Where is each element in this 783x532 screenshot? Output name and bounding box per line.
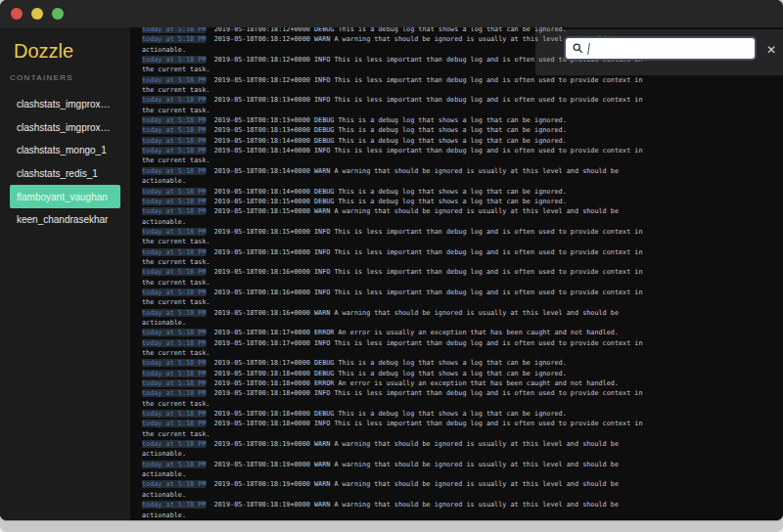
log-date-badge: today at 5:18 PM xyxy=(142,248,206,256)
log-line: today at 5:18 PM 2019-05-18T00:18:15+000… xyxy=(142,197,783,206)
maximize-button[interactable] xyxy=(52,8,64,20)
log-line: today at 5:18 PM 2019-05-18T00:18:18+000… xyxy=(142,378,783,388)
search-box[interactable] xyxy=(564,36,757,61)
log-date-badge: today at 5:18 PM xyxy=(142,359,206,367)
log-date-badge: today at 5:18 PM xyxy=(142,288,206,296)
log-date-badge: today at 5:18 PM xyxy=(142,198,206,205)
log-entry: today at 5:18 PM 2019-05-18T00:18:14+000… xyxy=(142,146,783,166)
log-text: 2019-05-18T00:18:18+0000 INFO This is le… xyxy=(206,420,642,427)
log-line: today at 5:18 PM 2019-05-18T00:18:15+000… xyxy=(142,227,783,237)
container-list: clashstats_imgprox…clashstats_imgprox…cl… xyxy=(0,93,130,232)
log-entry: today at 5:18 PM 2019-05-18T00:18:17+000… xyxy=(142,338,783,359)
log-line: today at 5:18 PM 2019-05-18T00:18:18+000… xyxy=(142,419,783,428)
log-entry: today at 5:18 PM 2019-05-18T00:18:17+000… xyxy=(142,328,783,337)
log-date-badge: today at 5:18 PM xyxy=(142,339,206,347)
close-button[interactable] xyxy=(11,8,23,20)
log-date-badge: today at 5:18 PM xyxy=(142,420,206,427)
window-chrome: Dozzle CONTAINERS clashstats_imgprox…cla… xyxy=(0,0,783,521)
log-line: today at 5:18 PM 2019-05-18T00:18:19+000… xyxy=(142,500,783,510)
log-entry: today at 5:18 PM 2019-05-18T00:18:18+000… xyxy=(142,409,783,419)
log-text: 2019-05-18T00:18:16+0000 INFO This is le… xyxy=(206,268,642,276)
log-entry: today at 5:18 PM 2019-05-18T00:18:19+000… xyxy=(142,439,783,460)
search-overlay: ✕ xyxy=(535,29,783,75)
log-line-wrap: actionable. xyxy=(142,318,783,328)
log-text: 2019-05-18T00:18:16+0000 INFO This is le… xyxy=(206,288,642,296)
sidebar-item-clashstats_mongo_1[interactable]: clashstats_mongo_1 xyxy=(0,139,130,162)
log-text: 2019-05-18T00:18:19+0000 WARN A warning … xyxy=(206,461,618,468)
log-date-badge: today at 5:18 PM xyxy=(142,379,206,387)
log-line: today at 5:18 PM 2019-05-18T00:18:19+000… xyxy=(142,460,783,469)
window-titlebar xyxy=(0,0,783,27)
sidebar-item-clashstats_imgprox[interactable]: clashstats_imgprox… xyxy=(0,93,130,116)
log-entry: today at 5:18 PM 2019-05-18T00:18:16+000… xyxy=(142,308,783,329)
log-line-wrap: actionable. xyxy=(142,217,783,227)
log-line: today at 5:18 PM 2019-05-18T00:18:18+000… xyxy=(142,369,783,378)
log-line-wrap: actionable. xyxy=(142,510,783,520)
log-entry: today at 5:18 PM 2019-05-18T00:18:16+000… xyxy=(142,288,783,308)
log-line-wrap: actionable. xyxy=(142,469,783,479)
log-text: 2019-05-18T00:18:14+0000 DEBUG This is a… xyxy=(206,188,566,196)
log-date-badge: today at 5:18 PM xyxy=(142,370,206,377)
log-line-wrap: the current task. xyxy=(142,399,783,409)
log-line: today at 5:18 PM 2019-05-18T00:18:14+000… xyxy=(142,146,783,155)
text-cursor xyxy=(587,42,590,54)
log-entry: today at 5:18 PM 2019-05-18T00:18:18+000… xyxy=(142,388,783,409)
log-line: today at 5:18 PM 2019-05-18T00:18:12+000… xyxy=(142,75,783,85)
log-text: 2019-05-18T00:18:13+0000 DEBUG This is a… xyxy=(206,126,566,134)
log-text: 2019-05-18T00:18:15+0000 WARN A warning … xyxy=(206,207,618,215)
log-text: 2019-05-18T00:18:17+0000 DEBUG This is a… xyxy=(206,359,566,367)
log-line: today at 5:18 PM 2019-05-18T00:18:14+000… xyxy=(142,166,783,176)
log-text: 2019-05-18T00:18:13+0000 INFO This is le… xyxy=(206,96,642,104)
search-icon xyxy=(573,43,583,54)
log-line: today at 5:18 PM 2019-05-18T00:18:16+000… xyxy=(142,267,783,277)
sidebar-item-flamboyant_vaughan[interactable]: flamboyant_vaughan xyxy=(10,185,120,208)
log-entry: today at 5:18 PM 2019-05-18T00:18:19+000… xyxy=(142,479,783,500)
log-line: today at 5:18 PM 2019-05-18T00:18:19+000… xyxy=(142,479,783,489)
containers-section-label: CONTAINERS xyxy=(0,63,130,82)
sidebar-item-clashstats_imgprox[interactable]: clashstats_imgprox… xyxy=(0,116,130,140)
log-entry: today at 5:18 PM 2019-05-18T00:18:15+000… xyxy=(142,227,783,247)
log-date-badge: today at 5:18 PM xyxy=(142,167,206,175)
log-text: 2019-05-18T00:18:19+0000 WARN A warning … xyxy=(206,480,618,488)
log-entry: today at 5:18 PM 2019-05-18T00:18:18+000… xyxy=(142,369,783,378)
log-date-badge: today at 5:18 PM xyxy=(142,228,206,236)
log-line-wrap: the current task. xyxy=(142,278,783,288)
log-stream: today at 5:18 PM 2019-05-18T00:18:12+000… xyxy=(142,27,783,520)
sidebar-item-clashstats_redis_1[interactable]: clashstats_redis_1 xyxy=(0,162,130,186)
log-date-badge: today at 5:18 PM xyxy=(142,126,206,134)
log-text: 2019-05-18T00:18:17+0000 ERROR An error … xyxy=(206,329,618,336)
log-line-wrap: the current task. xyxy=(142,85,783,95)
search-input[interactable] xyxy=(594,43,755,54)
log-line-wrap: the current task. xyxy=(142,257,783,267)
log-date-badge: today at 5:18 PM xyxy=(142,480,206,488)
log-pane[interactable]: today at 5:18 PM 2019-05-18T00:18:12+000… xyxy=(130,27,783,520)
log-text: 2019-05-18T00:18:18+0000 ERROR An error … xyxy=(206,379,618,387)
log-text: 2019-05-18T00:18:12+0000 DEBUG This is a… xyxy=(206,27,566,33)
log-line: today at 5:18 PM 2019-05-18T00:18:17+000… xyxy=(142,358,783,368)
log-line: today at 5:18 PM 2019-05-18T00:18:14+000… xyxy=(142,136,783,146)
log-date-badge: today at 5:18 PM xyxy=(142,268,206,276)
sidebar-item-keen_chandrasekhar[interactable]: keen_chandrasekhar xyxy=(0,208,130,232)
log-text: 2019-05-18T00:18:19+0000 WARN A warning … xyxy=(206,440,618,448)
log-entry: today at 5:18 PM 2019-05-18T00:18:14+000… xyxy=(142,136,783,146)
log-date-badge: today at 5:18 PM xyxy=(142,76,206,84)
app-window: Dozzle CONTAINERS clashstats_imgprox…cla… xyxy=(0,0,783,532)
log-date-badge: today at 5:18 PM xyxy=(142,96,206,104)
log-line: today at 5:18 PM 2019-05-18T00:18:18+000… xyxy=(142,409,783,419)
log-date-badge: today at 5:18 PM xyxy=(142,440,206,448)
log-line: today at 5:18 PM 2019-05-18T00:18:17+000… xyxy=(142,338,783,348)
log-line: today at 5:18 PM 2019-05-18T00:18:17+000… xyxy=(142,328,783,337)
log-line-wrap: the current task. xyxy=(142,106,783,115)
log-text: 2019-05-18T00:18:13+0000 DEBUG This is a… xyxy=(206,116,566,124)
log-entry: today at 5:18 PM 2019-05-18T00:18:13+000… xyxy=(142,125,783,135)
log-entry: today at 5:18 PM 2019-05-18T00:18:19+000… xyxy=(142,460,783,480)
log-line-wrap: the current task. xyxy=(142,155,783,165)
log-text: 2019-05-18T00:18:18+0000 INFO This is le… xyxy=(206,389,642,397)
search-close-icon[interactable]: ✕ xyxy=(766,44,776,56)
log-date-badge: today at 5:18 PM xyxy=(142,461,206,468)
log-date-badge: today at 5:18 PM xyxy=(142,501,206,509)
log-date-badge: today at 5:18 PM xyxy=(142,116,206,124)
log-date-badge: today at 5:18 PM xyxy=(142,56,206,64)
log-date-badge: today at 5:18 PM xyxy=(142,207,206,215)
minimize-button[interactable] xyxy=(31,8,43,20)
